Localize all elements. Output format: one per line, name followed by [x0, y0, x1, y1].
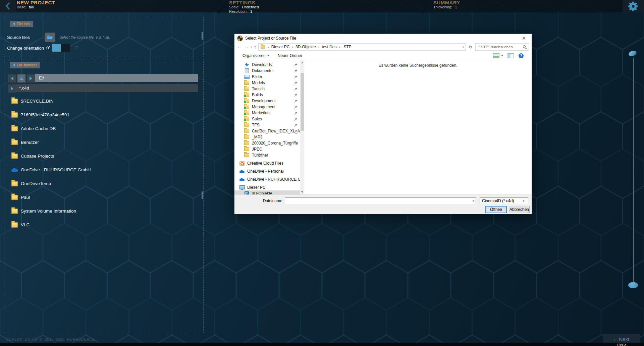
collapse-triangle-icon — [13, 64, 15, 66]
file-browser-item[interactable]: OneDrive - RUHRSOURCE GmbH — [4, 163, 203, 177]
browser-back-button[interactable] — [8, 74, 16, 83]
scroll-down-icon[interactable] — [301, 191, 303, 193]
file-browser-item[interactable]: Adobe Cache DB — [4, 122, 203, 135]
sidebar-item[interactable]: CrafBot_Flow_IDEX_XL_AME — [234, 128, 300, 134]
file-info-header[interactable]: File info — [10, 21, 33, 27]
wizard-step-new-project[interactable]: NEW PROJECT Base: tall — [17, 0, 55, 9]
settings-gear-button[interactable] — [623, 0, 644, 13]
resize-grip[interactable] — [530, 212, 530, 213]
step-key: Resolution: — [229, 10, 248, 13]
slider-top-cap-icon[interactable] — [628, 50, 637, 57]
breadcrumb-separator: › — [338, 45, 340, 49]
sidebar-item[interactable]: JPEG — [234, 146, 300, 152]
help-icon[interactable]: ? — [519, 53, 524, 58]
address-dropdown-caret-icon[interactable]: ▾ — [463, 46, 464, 49]
breadcrumb-item[interactable]: test files — [322, 45, 336, 49]
search-magnifier-icon[interactable] — [523, 45, 527, 49]
file-browser-item[interactable]: Paul — [4, 190, 203, 204]
file-browser-item[interactable]: $RECYCLE.BIN — [4, 94, 203, 108]
new-folder-button[interactable]: Neuer Ordner — [278, 53, 302, 58]
caret-down-icon: ▾ — [501, 54, 503, 57]
folder-icon — [261, 45, 265, 49]
item-label: JPEG — [252, 147, 262, 152]
sidebar-item[interactable]: Downloads — [234, 62, 300, 68]
nav-up-icon[interactable]: ↑ — [254, 45, 256, 49]
file-browser-item[interactable]: System Volume Information — [4, 204, 203, 218]
sidebar-item[interactable]: Development — [234, 98, 300, 104]
file-browser-item[interactable]: OneDriveTemp — [4, 177, 203, 190]
browser-up-button[interactable] — [17, 74, 26, 83]
item-label: Downloads — [252, 62, 272, 67]
breadcrumb-item[interactable]: 3D-Objekte — [296, 45, 316, 49]
wizard-step-summary[interactable]: SUMMARY Thickening: 1 — [433, 0, 460, 9]
sidebar-item[interactable]: OneDrive - RUHRSOURCE GmbH — [234, 176, 300, 182]
filetype-select[interactable]: Cinema4D (*.c4d) ▾ — [480, 197, 528, 204]
preview-pane-icon[interactable] — [507, 53, 514, 58]
sidebar-item[interactable]: 200320_Corona_Türgriffe — [234, 140, 300, 146]
scrollbar-thumb[interactable] — [301, 73, 304, 131]
sidebar-item[interactable]: Dieser PC — [234, 184, 300, 190]
orientation-toggle[interactable] — [52, 44, 70, 52]
sidebar-item[interactable]: Tausch — [234, 86, 300, 92]
close-button[interactable]: ✕ — [519, 36, 529, 41]
scroll-up-icon[interactable] — [301, 62, 303, 63]
nav-forward-icon[interactable]: → — [244, 45, 249, 49]
sidebar-item[interactable]: _MP3 — [234, 134, 300, 140]
back-button[interactable] — [0, 0, 16, 12]
cancel-button[interactable]: Abbrechen — [509, 206, 530, 213]
item-label: Türöffner — [252, 153, 268, 158]
sidebar-item[interactable]: Marketing — [234, 110, 300, 116]
views-button[interactable]: ▾ — [493, 53, 503, 58]
sidebar-item[interactable]: Builds — [234, 92, 300, 98]
breadcrumb-item[interactable]: Dieser PC — [271, 45, 290, 49]
app-logo-icon — [237, 36, 243, 41]
address-bar[interactable]: › Dieser PC › 3D-Objekte › test files — [258, 43, 466, 51]
path-field[interactable]: E:\ — [35, 74, 198, 82]
filename-input[interactable] — [285, 198, 473, 203]
open-button-label: Öffnen — [490, 207, 502, 212]
search-input[interactable] — [478, 45, 523, 49]
open-source-file-button[interactable] — [45, 33, 55, 42]
source-files-row: Source files Select the source file, e.g… — [7, 33, 110, 42]
item-icon — [11, 209, 18, 214]
zoom-slider-handle[interactable] — [628, 282, 638, 288]
nav-history-caret-icon[interactable]: ▾ — [251, 46, 252, 49]
filter-field[interactable]: *.c4d — [16, 84, 198, 92]
open-button[interactable]: Öffnen — [485, 206, 507, 213]
apply-filter-button[interactable] — [8, 84, 16, 93]
sidebar-scrollbar[interactable] — [300, 60, 304, 194]
item-icon — [245, 191, 249, 195]
file-results-area[interactable]: Es wurden keine Suchergebnisse gefunden. — [304, 60, 532, 194]
organize-menu[interactable]: Organisieren ▾ — [243, 53, 269, 58]
caret-down-icon: ▾ — [268, 54, 269, 57]
collapse-triangle-icon — [13, 22, 15, 25]
sidebar-item[interactable]: 3D-Objekte — [234, 190, 300, 194]
breadcrumb-item[interactable]: .STP — [342, 45, 352, 49]
sidebar-item[interactable]: Türöffner — [234, 152, 300, 158]
file-browser-header[interactable]: File browser — [10, 62, 40, 68]
sidebar-item[interactable]: Models — [234, 80, 300, 86]
file-name: $RECYCLE.BIN — [21, 99, 54, 104]
sidebar-item[interactable]: OneDrive - Personal — [234, 168, 300, 174]
refresh-icon[interactable]: ↻ — [468, 45, 473, 50]
sidebar-item[interactable]: Dokumente — [234, 68, 300, 74]
sidebar-item[interactable]: Creative Cloud Files — [234, 160, 300, 166]
sidebar-item[interactable]: TFS — [234, 122, 300, 128]
sidebar-item[interactable]: Bilder — [234, 74, 300, 80]
zoom-slider-track[interactable] — [633, 58, 634, 283]
file-browser-item[interactable]: Benutzer — [4, 135, 203, 149]
file-browser-item[interactable]: VLC — [4, 218, 203, 232]
file-browser-item[interactable]: 7169f53ce478a34ac591 — [4, 108, 203, 122]
item-icon — [11, 154, 18, 159]
step-value: 1 — [455, 5, 457, 9]
sidebar-item[interactable]: Sales — [234, 116, 300, 122]
caret-down-icon[interactable]: ▾ — [473, 199, 476, 203]
file-name: 7169f53ce478a34ac591 — [21, 112, 69, 117]
nav-back-icon[interactable]: ← — [237, 45, 242, 49]
browser-forward-button[interactable] — [26, 74, 35, 83]
dialog-title-bar[interactable]: Select Project or Source File ✕ — [234, 34, 532, 43]
file-browser-item[interactable]: Cubase Projects — [4, 149, 203, 163]
file-info-panel: File info Source files Select the source… — [4, 17, 204, 57]
sidebar-item[interactable]: Management — [234, 104, 300, 110]
wizard-step-settings[interactable]: SETTINGS Scale: Undefined Resolution: 1 — [229, 0, 259, 13]
